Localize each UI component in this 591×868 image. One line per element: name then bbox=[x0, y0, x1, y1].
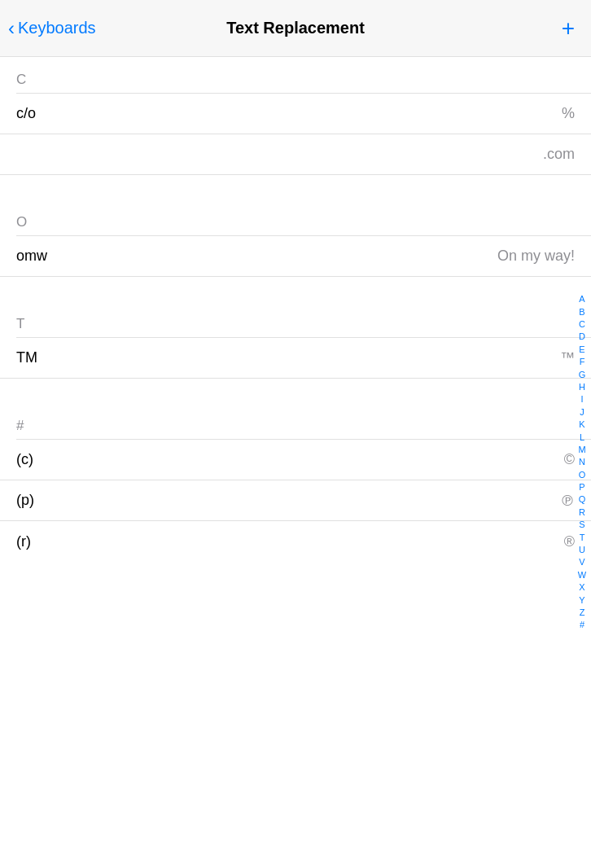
add-button[interactable]: + bbox=[562, 17, 575, 40]
alpha-index-item[interactable]: V bbox=[573, 556, 591, 568]
alpha-index-item[interactable]: # bbox=[573, 619, 591, 631]
list-item[interactable]: .com bbox=[0, 134, 591, 175]
alpha-index-item[interactable]: Y bbox=[573, 594, 591, 607]
list-item[interactable]: (p) ℗ bbox=[0, 480, 591, 521]
chevron-left-icon: ‹ bbox=[8, 17, 15, 40]
row-label: (p) bbox=[16, 492, 34, 509]
list-item[interactable]: (c) © bbox=[0, 440, 591, 480]
section-gap bbox=[0, 277, 591, 301]
list-item[interactable]: TM ™ bbox=[0, 338, 591, 379]
list-item[interactable]: (r) ® bbox=[0, 521, 591, 562]
navigation-bar: ‹ Keyboards Text Replacement + bbox=[0, 0, 591, 57]
alpha-index-item[interactable]: E bbox=[573, 344, 591, 356]
alpha-index-item[interactable]: P bbox=[573, 481, 591, 493]
row-label: (r) bbox=[16, 533, 31, 550]
alpha-index-item[interactable]: H bbox=[573, 381, 591, 393]
alpha-index-item[interactable]: J bbox=[573, 406, 591, 419]
row-value: On my way! bbox=[497, 248, 575, 265]
alpha-index-item[interactable]: X bbox=[573, 581, 591, 594]
alpha-index-item[interactable]: L bbox=[573, 432, 591, 444]
back-label: Keyboards bbox=[18, 19, 96, 37]
alpha-index-item[interactable]: G bbox=[573, 369, 591, 381]
alpha-index-item[interactable]: A bbox=[573, 293, 591, 305]
alpha-index-item[interactable]: N bbox=[573, 456, 591, 468]
alpha-index-item[interactable]: Z bbox=[573, 607, 591, 619]
alpha-index-item[interactable]: K bbox=[573, 419, 591, 431]
alpha-index-item[interactable]: W bbox=[573, 569, 591, 581]
alpha-index-item[interactable]: I bbox=[573, 393, 591, 406]
alpha-index-item[interactable]: C bbox=[573, 318, 591, 331]
row-label: TM bbox=[16, 349, 37, 366]
section-header-c: C bbox=[0, 57, 591, 93]
row-value: .com bbox=[543, 146, 575, 163]
alpha-index-item[interactable]: O bbox=[573, 469, 591, 481]
alpha-index-item[interactable]: D bbox=[573, 331, 591, 343]
alpha-index-item[interactable]: U bbox=[573, 544, 591, 556]
section-gap bbox=[0, 175, 591, 199]
row-label: c/o bbox=[16, 105, 36, 122]
back-button[interactable]: ‹ Keyboards bbox=[8, 17, 96, 40]
alpha-index-item[interactable]: R bbox=[573, 506, 591, 519]
section-header-t: T bbox=[0, 301, 591, 337]
alpha-index-item[interactable]: S bbox=[573, 519, 591, 531]
alpha-index-item[interactable]: B bbox=[573, 306, 591, 318]
section-header-hash: # bbox=[0, 403, 591, 439]
alpha-index-item[interactable]: Q bbox=[573, 493, 591, 506]
section-gap bbox=[0, 379, 591, 403]
content-area: C c/o % .com O omw On my way! T TM ™ # (… bbox=[0, 57, 591, 562]
page-title: Text Replacement bbox=[226, 19, 365, 37]
list-item[interactable]: omw On my way! bbox=[0, 236, 591, 277]
row-label: (c) bbox=[16, 451, 33, 468]
section-header-o: O bbox=[0, 199, 591, 235]
list-item[interactable]: c/o % bbox=[0, 94, 591, 134]
alphabetical-index: ABCDEFGHIJKLMNOPQRSTUVWXYZ# bbox=[573, 57, 591, 868]
alpha-index-item[interactable]: M bbox=[573, 444, 591, 456]
row-label: omw bbox=[16, 248, 47, 265]
alpha-index-item[interactable]: F bbox=[573, 356, 591, 368]
alpha-index-item[interactable]: T bbox=[573, 532, 591, 544]
